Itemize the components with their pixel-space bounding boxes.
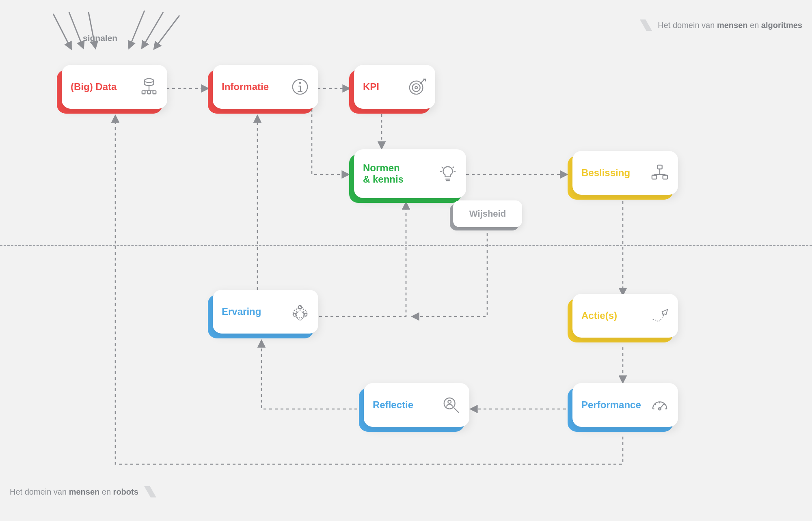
node-normen-kennis: Normen & kennis <box>349 154 461 203</box>
node-label: Ervaring <box>222 306 261 317</box>
ribbon-slash-icon <box>640 16 652 34</box>
svg-rect-29 <box>663 175 668 179</box>
node-big-data: (Big) Data <box>57 70 162 114</box>
svg-line-37 <box>655 404 656 405</box>
svg-rect-10 <box>142 91 145 94</box>
node-label: Reflectie <box>373 399 413 411</box>
domain-bottom-ribbon: Het domein van mensen en robots <box>10 483 156 501</box>
node-acties: Actie(s) <box>568 299 673 342</box>
svg-line-3 <box>129 11 145 48</box>
domain-top-ribbon: Het domein van mensen en algoritmes <box>640 16 802 34</box>
node-informatie: Informatie <box>208 70 313 114</box>
svg-marker-47 <box>640 19 652 31</box>
node-performance: Performance <box>568 388 673 432</box>
ribbon-slash-icon <box>144 483 156 501</box>
node-label: Beslissing <box>581 167 630 179</box>
svg-line-23 <box>453 167 454 168</box>
node-reflectie: Reflectie <box>359 388 464 432</box>
node-beslissing: Beslissing <box>568 156 673 200</box>
svg-point-17 <box>415 86 417 89</box>
node-label: Actie(s) <box>581 310 617 321</box>
svg-rect-11 <box>147 91 151 94</box>
svg-line-40 <box>454 408 459 413</box>
node-ervaring: Ervaring <box>208 295 313 338</box>
target-icon <box>408 78 426 96</box>
decision-tree-icon <box>650 164 669 182</box>
svg-line-5 <box>154 15 179 49</box>
svg-point-41 <box>448 400 451 404</box>
svg-rect-24 <box>657 165 662 169</box>
svg-marker-48 <box>144 486 156 497</box>
info-icon <box>291 78 309 96</box>
domain-divider <box>0 245 812 246</box>
node-wijsheid: Wijsheid <box>450 204 519 230</box>
svg-line-0 <box>53 14 71 49</box>
svg-line-22 <box>442 167 443 168</box>
svg-point-14 <box>299 82 301 84</box>
gauge-icon <box>650 396 669 414</box>
community-brain-icon <box>291 302 309 321</box>
database-tree-icon <box>140 78 158 96</box>
paper-plane-path-icon <box>650 306 669 325</box>
svg-rect-28 <box>652 175 657 179</box>
magnify-person-icon <box>442 396 460 414</box>
node-label: Wijsheid <box>469 209 506 219</box>
node-label: Informatie <box>222 81 269 93</box>
svg-line-38 <box>664 404 665 405</box>
svg-rect-12 <box>153 91 156 94</box>
svg-line-4 <box>142 12 163 48</box>
node-label: KPI <box>363 81 379 93</box>
lightbulb-icon <box>438 164 457 183</box>
ribbon-text: Het domein van mensen en robots <box>10 487 138 497</box>
signals-label: signalen <box>83 33 117 43</box>
svg-point-6 <box>145 79 154 83</box>
svg-line-1 <box>69 12 83 48</box>
diagram-canvas: signalen <box>0 0 812 521</box>
node-label: (Big) Data <box>71 81 117 93</box>
node-label: Performance <box>581 399 641 411</box>
node-kpi: KPI <box>349 70 430 114</box>
ribbon-text: Het domein van mensen en algoritmes <box>658 21 802 30</box>
svg-point-16 <box>412 84 420 91</box>
node-label: Normen & kennis <box>363 162 404 185</box>
